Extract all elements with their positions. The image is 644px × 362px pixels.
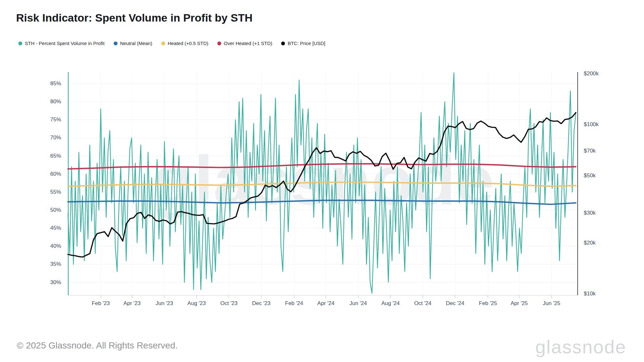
y-axis-label-right: $30k <box>584 209 596 217</box>
y-axis-label-left: 75% <box>0 116 61 123</box>
legend: STH - Percent Spent Volume in ProfitNeut… <box>18 41 325 46</box>
y-axis-label-right: $100k <box>584 121 599 128</box>
legend-dot-icon <box>18 42 22 45</box>
x-axis-label: Jun '25 <box>543 300 560 307</box>
legend-item-3[interactable]: Over Heated (+1 STD) <box>217 41 272 46</box>
y-axis-label-left: 50% <box>0 207 61 214</box>
x-axis-label: Feb '23 <box>92 300 110 307</box>
glassnode-logo: glassnode <box>535 336 626 357</box>
y-axis-label-left: 45% <box>0 225 61 232</box>
x-axis-label: Dec '23 <box>252 300 270 307</box>
x-axis-label: Jun '24 <box>349 300 367 307</box>
y-axis-label-left: 30% <box>0 279 61 286</box>
x-axis-label: Oct '24 <box>414 300 431 307</box>
y-axis-label-left: 60% <box>0 171 61 178</box>
legend-dot-icon <box>281 42 285 45</box>
chart-plot[interactable]: glassnode <box>68 72 578 295</box>
y-axis-label-left: 70% <box>0 134 61 141</box>
x-axis-label: Aug '24 <box>381 300 400 307</box>
y-axis-label-left: 65% <box>0 153 61 160</box>
copyright-text: © 2025 Glassnode. All Rights Reserved. <box>17 340 178 351</box>
x-axis-label: Apr '23 <box>123 300 140 307</box>
legend-item-label: Heated (+0.5 STD) <box>168 41 208 46</box>
chart-title: Risk Indicator: Spent Volume in Profit b… <box>16 12 252 24</box>
x-axis-label: Jun '23 <box>156 300 173 307</box>
x-axis-label: Aug '23 <box>187 300 206 307</box>
legend-dot-icon <box>161 42 165 45</box>
x-axis-label: Apr '24 <box>317 300 334 307</box>
series-sth-percent-spent-volume-in-profit <box>68 73 576 293</box>
x-axis-label: Feb '24 <box>285 300 303 307</box>
y-axis-label-left: 40% <box>0 243 61 250</box>
legend-item-2[interactable]: Heated (+0.5 STD) <box>161 41 208 46</box>
legend-dot-icon <box>217 42 221 45</box>
y-axis-label-right: $20k <box>584 239 596 246</box>
y-axis-label-right: $200k <box>584 70 599 77</box>
x-axis-label: Dec '24 <box>446 300 464 307</box>
legend-item-label: Neutral (Mean) <box>120 41 152 46</box>
y-axis-label-left: 55% <box>0 189 61 196</box>
legend-item-label: STH - Percent Spent Volume in Profit <box>25 41 105 46</box>
legend-item-label: BTC: Price [USD] <box>288 41 325 46</box>
y-axis-label-right: $10k <box>584 290 596 297</box>
legend-dot-icon <box>114 42 118 45</box>
y-axis-label-right: $70k <box>584 147 596 154</box>
x-axis-label: Oct '23 <box>220 300 237 307</box>
legend-item-label: Over Heated (+1 STD) <box>224 41 272 46</box>
y-axis-label-left: 80% <box>0 98 61 105</box>
legend-item-4[interactable]: BTC: Price [USD] <box>281 41 325 46</box>
legend-item-1[interactable]: Neutral (Mean) <box>114 41 152 46</box>
y-axis-label-left: 35% <box>0 261 61 268</box>
page: Risk Indicator: Spent Volume in Profit b… <box>0 0 644 362</box>
x-axis-label: Feb '25 <box>479 300 497 307</box>
x-axis-label: Apr '25 <box>511 300 528 307</box>
legend-item-0[interactable]: STH - Percent Spent Volume in Profit <box>18 41 105 46</box>
y-axis-label-right: $50k <box>584 172 596 179</box>
y-axis-label-left: 85% <box>0 80 61 87</box>
